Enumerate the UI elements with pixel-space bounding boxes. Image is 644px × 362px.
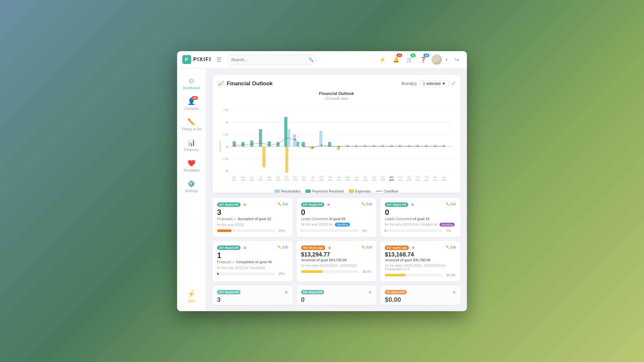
card-received1-edit-btn[interactable]: ✏️ Edit: [362, 246, 372, 249]
card-received1-number: $13,294.77: [301, 252, 372, 257]
card-received2-days-badge: 817 day(s) ago: [385, 246, 409, 250]
card-leads2: 247 day(s) left ✕ ✏️ Edit 0 Leads Conver…: [380, 198, 460, 237]
svg-text:2023: 2023: [372, 178, 376, 181]
card-received2-number: $13,168.74: [385, 252, 456, 257]
card-received2-top: 817 day(s) ago ✕ ✏️ Edit: [385, 246, 456, 250]
card-proposals-edit-btn[interactable]: ✏️ Edit: [278, 202, 288, 206]
card-proposals-days-label: day(s) left: [225, 203, 239, 206]
edit-icon-2: ✏️: [362, 202, 365, 206]
cart-btn[interactable]: 🛒 0: [404, 54, 415, 65]
card-received2-edit-btn[interactable]: ✏️ Edit: [446, 246, 456, 249]
bottom-card-1-number: 3: [217, 296, 288, 303]
logout-btn[interactable]: ↪: [451, 54, 462, 65]
card-received2-progress-pct: 36.8%: [446, 274, 456, 277]
card-leads1-progress-fill: [301, 229, 302, 232]
help-btn[interactable]: ❓ 15: [418, 54, 428, 65]
card-products-progress-row: 25%: [217, 272, 288, 276]
sidebar-item-todo[interactable]: ✏️ Things to Do: [177, 115, 206, 134]
legend-expenses-label: Expenses: [355, 189, 371, 193]
svg-point-51: [312, 146, 314, 148]
card-leads1-close-btn[interactable]: ✕: [327, 202, 330, 207]
search-input[interactable]: [227, 55, 317, 65]
legend-cashflow-label: Cashflow: [384, 189, 398, 193]
chart-title: Financial Outlook: [227, 80, 273, 87]
card-products-number: 1: [217, 252, 288, 259]
svg-point-44: [251, 143, 252, 145]
svg-text:2024: 2024: [433, 178, 438, 181]
expand-icon[interactable]: ⤢: [451, 80, 455, 87]
card-leads2-close-btn[interactable]: ✕: [411, 202, 414, 207]
card-received1-desc: received of goal $34,720.00: [301, 258, 372, 262]
lightning-icon-btn[interactable]: ⚡: [377, 54, 388, 65]
card-leads2-progress-pct: 0%: [446, 229, 456, 233]
svg-text:2024: 2024: [424, 178, 429, 181]
edit-icon-3: ✏️: [446, 202, 450, 206]
svg-point-66: [443, 145, 445, 147]
bottom-card-3: 63 day(s) left ✕ $0.00: [380, 285, 460, 305]
card-products-desc: Products ✓ Completed of goal 40: [217, 260, 288, 264]
sidebar-item-settings[interactable]: ⚙️ Settings: [177, 177, 206, 196]
svg-rect-23: [293, 134, 296, 146]
card-received2-progress-row: 36.8%: [385, 274, 456, 277]
bottom-card-1-close[interactable]: ✕: [285, 290, 288, 295]
card-leads1-tag: Wedding: [335, 223, 350, 227]
card-leads1-days-badge: 247 day(s) left: [301, 202, 325, 207]
brands-select[interactable]: 1 selected ▼: [420, 80, 449, 87]
svg-text:-2.5k: -2.5k: [223, 157, 229, 161]
svg-rect-27: [319, 131, 323, 146]
bottom-card-1-badge: 247 day(s) left: [217, 290, 241, 294]
card-products-top: 247 day(s) left ✕ ✏️ Edit: [217, 246, 288, 250]
card-proposals-progress-pct: 25%: [279, 229, 288, 233]
svg-point-48: [286, 137, 287, 138]
bottom-card-2-close[interactable]: ✕: [368, 290, 372, 295]
svg-text:2022: 2022: [284, 178, 289, 181]
chart-section: 📈 Financial Outlook Brand(s): 1 selected…: [213, 75, 460, 193]
svg-text:2022: 2022: [276, 178, 280, 181]
legend-cashflow-line: [376, 191, 382, 191]
sidebar-item-label-settings: Settings: [185, 189, 198, 193]
card-products-days-badge: 247 day(s) left: [217, 246, 241, 250]
card-leads1-edit-btn[interactable]: ✏️ Edit: [362, 202, 372, 206]
avatar[interactable]: [431, 54, 442, 65]
search-icon: 🔍: [308, 57, 314, 62]
sidebar-item-templates[interactable]: ❤️ Templates: [177, 156, 206, 175]
legend-expenses-color: [349, 190, 354, 193]
svg-text:2024: 2024: [415, 178, 420, 181]
svg-text:Amounts: Amounts: [219, 141, 221, 152]
svg-point-64: [426, 145, 427, 147]
sidebar-item-label-dashboard: Dashboard: [183, 86, 200, 90]
svg-rect-21: [288, 129, 290, 146]
contacts-badge: 134: [191, 96, 198, 100]
sidebar-item-contacts[interactable]: 👤 134 Contacts: [177, 94, 206, 114]
card-leads1-sub: for this year (2023) for Wedding: [301, 223, 372, 227]
logo: P PIXIFI: [182, 55, 211, 64]
card-proposals-progress-bar: [217, 229, 275, 232]
card-products-edit-btn[interactable]: ✏️ Edit: [278, 246, 288, 249]
sidebar-item-new[interactable]: ⚡ New: [177, 287, 206, 306]
card-leads1-progress-bar: [301, 229, 359, 232]
sidebar-item-label-templates: Templates: [183, 168, 199, 172]
card-leads1-badge-row: 247 day(s) left ✕: [301, 202, 331, 207]
svg-point-43: [242, 144, 244, 145]
svg-point-59: [382, 145, 384, 147]
card-products-close-btn[interactable]: ✕: [243, 246, 247, 250]
svg-point-61: [400, 145, 401, 147]
dashboard-icon: ⊙: [189, 77, 194, 85]
card-leads1-desc: Leads Converted of goal 55: [301, 217, 372, 221]
notifications-btn[interactable]: 🔔 11: [391, 54, 401, 65]
sidebar-item-dashboard[interactable]: ⊙ Dashboard: [177, 74, 206, 93]
card-leads2-edit-btn[interactable]: ✏️ Edit: [446, 202, 456, 206]
svg-text:2023: 2023: [319, 178, 324, 181]
menu-icon[interactable]: ☰: [215, 55, 223, 64]
card-proposals-progress-fill: [217, 229, 232, 232]
avatar-chevron[interactable]: ▼: [445, 58, 448, 61]
card-products-badge-row: 247 day(s) left ✕: [217, 246, 247, 250]
card-proposals-close-btn[interactable]: ✕: [243, 202, 247, 207]
legend-payments-label: Payments Received: [312, 189, 344, 193]
svg-text:2022: 2022: [241, 178, 245, 181]
card-received1-close-btn[interactable]: ✕: [328, 246, 331, 250]
sidebar-item-finances[interactable]: 📊 Finances: [177, 135, 206, 155]
card-received1-progress-fill: [301, 270, 323, 273]
bottom-card-3-close[interactable]: ✕: [452, 290, 456, 295]
card-received2-close-btn[interactable]: ✕: [412, 246, 415, 250]
